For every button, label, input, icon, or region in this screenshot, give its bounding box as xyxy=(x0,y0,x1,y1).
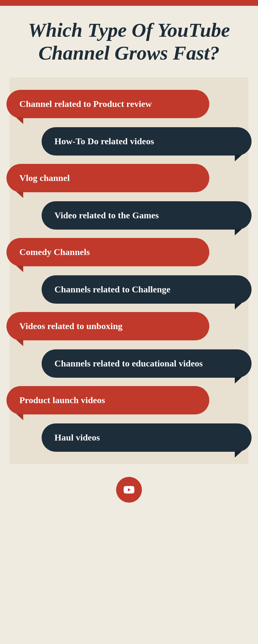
pill-unboxing: Videos related to unboxing xyxy=(6,312,209,340)
pill-gaming: Video related to the Games xyxy=(42,201,252,230)
header: Which Type Of YouTube Channel Grows Fast… xyxy=(0,6,258,74)
main-container: Channel related to Product reviewHow-To … xyxy=(10,78,248,464)
top-red-bar xyxy=(0,0,258,6)
youtube-footer xyxy=(0,464,258,512)
page-title: Which Type Of YouTube Channel Grows Fast… xyxy=(19,19,239,65)
pill-vlog: Vlog channel xyxy=(6,164,209,192)
pill-challenge: Channels related to Challenge xyxy=(42,275,252,304)
pill-product-review: Channel related to Product review xyxy=(6,90,209,118)
pill-product-launch: Product launch videos xyxy=(6,386,209,414)
pill-educational: Channels related to educational videos xyxy=(42,349,252,378)
pill-comedy: Comedy Channels xyxy=(6,238,209,266)
pill-haul: Haul videos xyxy=(42,423,252,452)
pill-how-to: How-To Do related videos xyxy=(42,127,252,156)
youtube-button[interactable] xyxy=(116,477,142,503)
